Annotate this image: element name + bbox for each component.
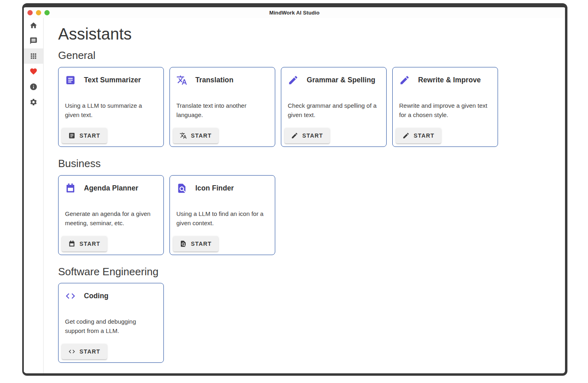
app-window: MindWork AI Studio Assistants General Te… — [22, 3, 567, 376]
minimize-button[interactable] — [36, 10, 41, 15]
card-description: Translate text into another language. — [176, 101, 268, 119]
start-button-label: START — [80, 132, 100, 139]
assistant-card-text-summarizer: Text Summarizer Using a LLM to summarize… — [58, 67, 164, 147]
start-button-label: START — [80, 241, 100, 247]
icon-search-icon — [180, 240, 187, 247]
assistant-card-grammar-spelling: Grammar & Spelling Check grammar and spe… — [281, 67, 387, 147]
home-icon — [29, 21, 38, 29]
translate-icon — [180, 132, 187, 139]
sidebar-item-settings[interactable] — [24, 94, 43, 110]
card-description: Check grammar and spelling of a given te… — [288, 101, 380, 119]
icon-search-icon — [176, 183, 187, 194]
start-button-label: START — [414, 132, 435, 139]
apps-grid-icon — [29, 52, 38, 60]
start-button-agenda-planner[interactable]: START — [62, 236, 107, 251]
edit-pencil-icon — [402, 132, 410, 139]
assistant-card-agenda-planner: Agenda Planner Generate an agenda for a … — [58, 175, 164, 255]
gear-icon — [29, 98, 38, 106]
code-icon — [68, 348, 75, 355]
start-button-coding[interactable]: START — [62, 344, 107, 359]
section-heading-business: Business — [58, 158, 557, 170]
translate-icon — [176, 75, 187, 86]
sidebar-item-chat[interactable] — [24, 33, 43, 48]
card-header: Rewrite & Improve — [399, 75, 491, 86]
card-header: Icon Finder — [176, 183, 268, 194]
desktop-background: { "window": { "title": "MindWork AI Stud… — [0, 0, 588, 383]
assistant-card-coding: Coding Get coding and debugging support … — [58, 283, 164, 363]
edit-pencil-icon — [399, 75, 410, 86]
traffic-lights — [24, 10, 50, 15]
maximize-button[interactable] — [44, 10, 50, 15]
assistant-card-translation: Translation Translate text into another … — [169, 67, 275, 147]
card-title: Translation — [195, 76, 233, 84]
card-row: Agenda Planner Generate an agenda for a … — [58, 175, 557, 255]
card-header: Agenda Planner — [65, 183, 157, 194]
start-button-text-summarizer[interactable]: START — [62, 128, 107, 143]
card-description: Get coding and debugging support from a … — [65, 317, 157, 335]
section-heading-software-engineering: Software Engineering — [58, 266, 557, 278]
calendar-icon — [68, 240, 75, 247]
card-title: Text Summarizer — [84, 76, 141, 84]
app-body: Assistants General Text Summarizer Using… — [24, 18, 565, 373]
card-title: Grammar & Spelling — [307, 76, 375, 84]
start-button-rewrite-improve[interactable]: START — [396, 128, 441, 143]
card-title: Agenda Planner — [84, 184, 138, 193]
start-button-label: START — [191, 241, 212, 247]
start-button-icon-finder[interactable]: START — [173, 236, 218, 251]
code-icon — [65, 291, 76, 301]
heart-icon — [29, 67, 38, 75]
card-title: Coding — [84, 292, 109, 300]
card-header: Grammar & Spelling — [288, 75, 380, 86]
sections-container: General Text Summarizer Using a LLM to s… — [58, 50, 557, 363]
edit-pencil-icon — [291, 132, 298, 139]
card-description: Using a LLM to find an icon for a given … — [176, 209, 268, 228]
start-button-label: START — [80, 348, 100, 355]
card-description: Rewrite and improve a given text for a c… — [399, 101, 491, 119]
card-header: Coding — [65, 291, 157, 301]
card-title: Rewrite & Improve — [418, 76, 481, 84]
card-description: Generate an agenda for a given meeting, … — [65, 209, 157, 228]
assistant-card-icon-finder: Icon Finder Using a LLM to find an icon … — [169, 175, 275, 255]
page-title: Assistants — [58, 25, 557, 43]
sidebar-item-assistants[interactable] — [24, 48, 43, 64]
card-description: Using a LLM to summarize a given text. — [65, 101, 157, 119]
sidebar-item-favorites[interactable] — [24, 64, 43, 79]
sidebar-item-about[interactable] — [24, 79, 43, 94]
calendar-icon — [65, 183, 76, 194]
assistant-card-rewrite-improve: Rewrite & Improve Rewrite and improve a … — [392, 67, 498, 147]
article-icon — [65, 75, 76, 86]
info-icon — [29, 83, 38, 91]
section-heading-general: General — [58, 50, 557, 62]
sidebar — [24, 18, 44, 373]
article-icon — [68, 132, 75, 139]
start-button-translation[interactable]: START — [173, 128, 218, 143]
card-header: Translation — [176, 75, 268, 86]
window-title: MindWork AI Studio — [24, 10, 565, 16]
card-row: Text Summarizer Using a LLM to summarize… — [58, 67, 557, 147]
main-content: Assistants General Text Summarizer Using… — [44, 18, 565, 373]
titlebar: MindWork AI Studio — [24, 7, 565, 18]
close-button[interactable] — [27, 10, 33, 15]
card-row: Coding Get coding and debugging support … — [58, 283, 557, 363]
card-header: Text Summarizer — [65, 75, 157, 86]
card-title: Icon Finder — [195, 184, 234, 193]
start-button-label: START — [191, 132, 212, 139]
start-button-label: START — [302, 132, 323, 139]
sidebar-item-home[interactable] — [24, 18, 43, 33]
edit-pencil-icon — [288, 75, 299, 86]
start-button-grammar-spelling[interactable]: START — [285, 128, 330, 143]
chat-icon — [29, 37, 38, 45]
